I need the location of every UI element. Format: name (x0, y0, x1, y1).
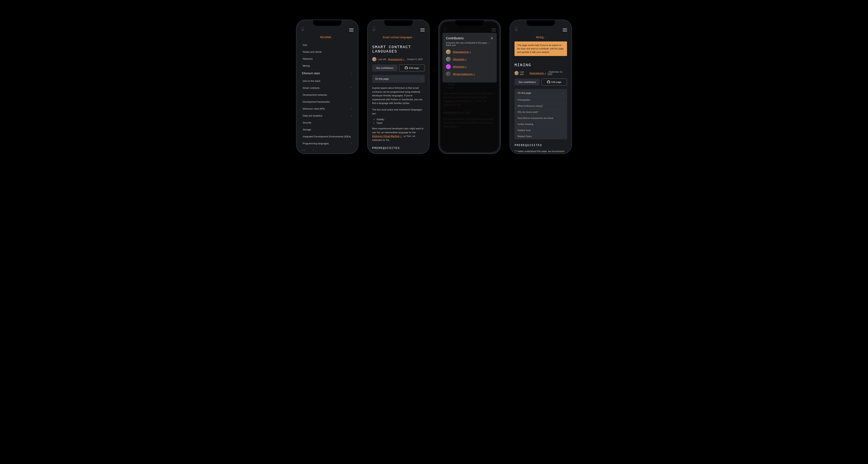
nav-item[interactable]: Security (301, 119, 353, 126)
chevron-right-icon: › (413, 36, 414, 39)
last-edit-label: Last edit: (520, 71, 528, 75)
edit-date: , October 8, 2020 (406, 58, 423, 61)
nav-item[interactable]: Development frameworks (301, 98, 353, 105)
toc-item[interactable]: Further Reading (515, 121, 567, 127)
phone-screen: README ⌄ Gas Nodes and clients Networks … (298, 22, 356, 152)
nav-item[interactable]: Data and analytics› (301, 112, 353, 119)
avatar (446, 64, 451, 69)
phone-mockup-1: README ⌄ Gas Nodes and clients Networks … (296, 20, 359, 154)
breadcrumb-label: README (320, 36, 331, 39)
phone-notch (313, 20, 341, 26)
nav-item[interactable]: Programming languages› (301, 140, 353, 147)
phone-notch (384, 20, 412, 26)
phone-screen: On this page › A great aspect about Ethe… (440, 22, 499, 152)
contributor-link[interactable]: @hrkrshnn↗ (453, 65, 467, 68)
nav-item[interactable]: Development networks (301, 91, 353, 98)
nav-list-ethstack: Intro to the stackSmart contracts›Develo… (301, 78, 353, 147)
edit-page-button[interactable]: Edit page (541, 79, 567, 86)
content-area: Gas Nodes and clients Networks Mining Et… (298, 41, 356, 150)
hamburger-menu-button[interactable] (349, 28, 353, 31)
toc-item[interactable]: What is Ethereum mining? (515, 103, 567, 109)
github-icon (405, 66, 408, 69)
nav-item[interactable]: Networks (301, 55, 353, 62)
external-link-icon: ↗ (469, 51, 471, 53)
contributors-modal: Contributors ✕ Everyone who has contribu… (442, 33, 497, 83)
contributor-link[interactable]: @franzihei↗ (453, 58, 467, 61)
breadcrumb[interactable]: Smart contract languages › (369, 33, 428, 41)
editor-link[interactable]: @samajammin↗ (388, 58, 405, 61)
breadcrumb[interactable]: README ⌄ (298, 33, 356, 41)
toc-header[interactable]: On this page ⌄ (515, 89, 567, 97)
body-paragraph: A great aspect about Ethereum is that sm… (372, 86, 425, 105)
phone-mockup-2: Smart contract languages › SMART CONTRAC… (367, 20, 430, 154)
ethereum-logo-icon[interactable] (515, 27, 518, 31)
page-title: SMART CONTRACT LANGUAGES (372, 45, 425, 54)
close-icon[interactable]: ✕ (490, 36, 493, 40)
chevron-right-icon: › (351, 114, 352, 117)
nav-section-advanced[interactable]: Advanced › (301, 147, 353, 150)
external-link-icon: ↗ (545, 72, 546, 74)
nav-item[interactable]: Ethereum client APIs› (301, 105, 353, 112)
chevron-down-icon: ⌄ (562, 92, 564, 94)
edit-date: , September 22, 2020 (548, 71, 567, 75)
edit-page-button[interactable]: Edit page (399, 64, 425, 71)
nav-section-ethereum-stack[interactable]: Ethereum stack ⌄ (301, 69, 353, 78)
breadcrumb-label: Smart contract languages (382, 36, 412, 39)
on-this-page-toc: On this page ⌄ PrerequisitesWhat is Ethe… (515, 89, 567, 139)
modal-subtitle: Everyone who has contributed to this pag… (446, 42, 493, 47)
last-edit-label: Last edit: (378, 58, 387, 61)
list-item: Vyper (376, 122, 425, 124)
toc-item[interactable]: Related Tools (515, 127, 567, 133)
toc-item[interactable]: Prerequisites (515, 97, 567, 103)
nav-item[interactable]: Smart contracts› (301, 85, 353, 91)
nav-item[interactable]: Intro to the stack (301, 78, 353, 85)
phone-notch (527, 20, 555, 26)
section-label: Advanced (302, 150, 313, 150)
nav-list-top: Gas Nodes and clients Networks Mining (301, 41, 353, 69)
external-link-icon: ↗ (465, 58, 467, 61)
see-contributors-button[interactable]: See contributors (515, 79, 540, 86)
phone-mockup-3: On this page › A great aspect about Ethe… (438, 20, 501, 154)
nav-item[interactable]: Mining (301, 62, 353, 69)
hamburger-menu-button[interactable] (563, 28, 567, 31)
see-contributors-button[interactable]: See contributors (372, 64, 397, 71)
on-this-page-accordion[interactable]: On this page › (372, 75, 425, 83)
avatar (446, 72, 451, 76)
nav-item[interactable]: Nodes and clients (301, 49, 353, 55)
contributor-link[interactable]: @ryancreatescopy↗ (453, 73, 475, 75)
accordion-label: On this page (375, 78, 389, 80)
action-buttons: See contributors Edit page (372, 64, 425, 71)
avatar (446, 50, 451, 54)
evm-link[interactable]: Ethereum Virtual Machine↗ (372, 135, 402, 137)
phone-notch (456, 20, 484, 26)
prerequisites-heading: PREREQUISITES (372, 147, 425, 150)
nav-item[interactable]: Storage (301, 126, 353, 133)
toc-item[interactable]: Why do miners exist? (515, 109, 567, 115)
toc-list: PrerequisitesWhat is Ethereum mining?Why… (515, 97, 567, 139)
toc-item[interactable]: Related Topics (515, 133, 567, 139)
ethereum-logo-icon[interactable] (372, 27, 376, 31)
nav-item[interactable]: Gas (301, 41, 353, 49)
chevron-right-icon: › (545, 36, 546, 39)
chevron-right-icon: › (352, 150, 352, 151)
chevron-right-icon: › (351, 107, 352, 110)
content-area: MINING Last edit: @samajammin↗ , Septemb… (512, 59, 570, 152)
breadcrumb[interactable]: Mining › (512, 33, 570, 41)
contributor-link[interactable]: @samajammin↗ (453, 51, 471, 53)
external-link-icon: ↗ (403, 58, 404, 61)
page-title: MINING (515, 63, 567, 67)
github-icon (547, 81, 550, 84)
nav-item[interactable]: Integrated Development Environments (IDE… (301, 133, 353, 140)
button-label: Edit page (551, 81, 561, 83)
help-banner: This page needs help! If you're an exper… (515, 41, 567, 56)
editor-link[interactable]: @samajammin↗ (529, 72, 546, 74)
ethereum-logo-icon[interactable] (301, 27, 305, 31)
page-meta: Last edit: @samajammin↗ , October 8, 202… (372, 57, 425, 61)
toc-label: On this page (518, 92, 531, 94)
hamburger-menu-button[interactable] (420, 28, 425, 31)
body-paragraph: To better understand this page, we recom… (515, 150, 567, 152)
avatar (515, 71, 519, 75)
phone-screen: Mining › This page needs help! If you're… (512, 22, 570, 152)
toc-item[interactable]: How Etherum transactions are mined (515, 115, 567, 121)
chevron-down-icon: ⌄ (333, 36, 334, 39)
